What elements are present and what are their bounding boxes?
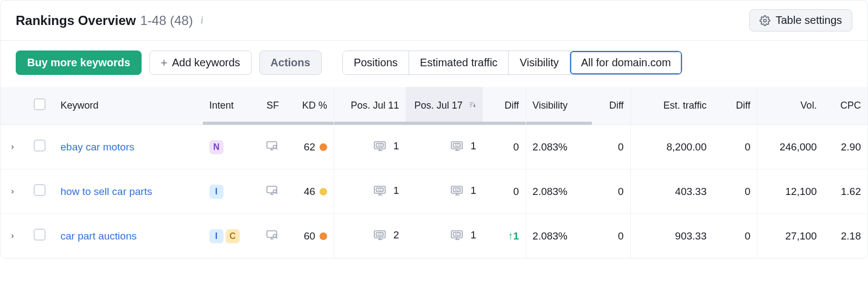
col-diff1[interactable]: Diff (483, 87, 526, 125)
col-diff3[interactable]: Diff (713, 87, 757, 125)
plus-icon: + (161, 57, 168, 69)
pos1-value: 2 (392, 229, 399, 241)
position-ad-icon: AD (450, 230, 464, 241)
col-kd[interactable]: KD % (285, 87, 334, 125)
expand-row-icon[interactable] (7, 188, 18, 195)
col-select (25, 87, 54, 125)
sort-desc-icon (469, 100, 476, 111)
table-row: car part auctions IC 60 AD 2 AD 1 ↑1 2.0… (1, 214, 867, 259)
col-pos1[interactable]: Pos. Jul 11 (334, 87, 406, 125)
kd-dot-icon (320, 232, 327, 240)
position-ad-icon: AD (373, 230, 387, 241)
svg-text:AD: AD (455, 143, 459, 147)
page-title: Rankings Overview (16, 13, 136, 28)
rankings-table: Keyword Intent SF KD % Pos. Jul 11 Pos. … (1, 87, 867, 258)
visibility-value: 2.083% (533, 230, 567, 242)
pos2-value: 1 (469, 140, 476, 152)
kd-dot-icon (320, 143, 327, 151)
tab-estimated-traffic[interactable]: Estimated traffic (409, 51, 509, 74)
pos2-value: 1 (469, 185, 476, 197)
table-settings-label: Table settings (776, 14, 842, 27)
tab-all-domain[interactable]: All for domain.com (570, 51, 682, 74)
position-ad-icon: AD (373, 141, 387, 152)
position-ad-icon: AD (450, 141, 464, 152)
visibility-value: 2.083% (533, 186, 567, 197)
col-expand (1, 87, 25, 125)
cpc-value: 1.62 (841, 186, 861, 197)
gear-icon (760, 15, 770, 26)
svg-text:AD: AD (378, 232, 382, 236)
intent-badge-c: C (226, 229, 240, 243)
expand-row-icon[interactable] (7, 144, 18, 150)
diff-value: 0 (745, 186, 751, 197)
svg-text:AD: AD (455, 188, 459, 192)
actions-button[interactable]: Actions (259, 51, 322, 75)
col-sf[interactable]: SF (250, 87, 285, 125)
serp-features-icon[interactable] (266, 229, 279, 240)
row-checkbox[interactable] (34, 184, 46, 196)
position-ad-icon: AD (373, 185, 387, 196)
table-settings-button[interactable]: Table settings (749, 9, 852, 31)
tab-visibility[interactable]: Visibility (509, 51, 570, 74)
view-tabset: Positions Estimated traffic Visibility A… (342, 51, 682, 75)
rankings-panel: Rankings Overview 1-48 (48) i Table sett… (0, 0, 868, 259)
keyword-link[interactable]: ebay car motors (61, 141, 135, 153)
add-keywords-button[interactable]: + Add keywords (149, 51, 251, 75)
volume-value: 246,000 (780, 141, 817, 153)
kd-value: 62 (304, 141, 315, 153)
expand-row-icon[interactable] (7, 233, 18, 239)
col-intent[interactable]: Intent (203, 87, 250, 125)
info-icon[interactable]: i (201, 15, 203, 26)
serp-features-icon[interactable] (266, 140, 279, 151)
est-traffic-value: 403.33 (675, 186, 706, 197)
table-row: how to sell car parts I 46 AD 1 AD 1 0 2… (1, 169, 867, 214)
page-subtitle: 1-48 (48) (140, 13, 193, 28)
diff-value: 0 (618, 141, 624, 153)
row-checkbox[interactable] (34, 140, 46, 152)
buy-keywords-button[interactable]: Buy more keywords (16, 51, 142, 75)
svg-text:AD: AD (455, 232, 459, 236)
est-traffic-value: 903.33 (675, 230, 706, 242)
kd-dot-icon (320, 188, 327, 196)
pos1-value: 1 (392, 140, 399, 152)
row-checkbox[interactable] (34, 229, 46, 241)
position-ad-icon: AD (450, 185, 464, 196)
keyword-link[interactable]: how to sell car parts (61, 186, 152, 197)
intent-badge-i: I (209, 229, 224, 243)
col-diff2[interactable]: Diff (592, 87, 630, 125)
svg-text:AD: AD (378, 143, 382, 147)
col-vol[interactable]: Vol. (757, 87, 824, 125)
cpc-value: 2.18 (841, 230, 861, 242)
pos2-value: 1 (469, 229, 476, 241)
volume-value: 27,100 (786, 230, 817, 242)
header: Rankings Overview 1-48 (48) i Table sett… (1, 1, 867, 41)
diff-value: 0 (745, 230, 751, 242)
serp-features-icon[interactable] (266, 185, 279, 196)
toolbar: Buy more keywords + Add keywords Actions… (1, 41, 867, 87)
intent-badge-i: I (209, 185, 224, 199)
intent-badge-n: N (209, 140, 224, 154)
svg-text:AD: AD (378, 188, 382, 192)
svg-point-0 (763, 19, 766, 22)
diff-value: 0 (618, 186, 624, 197)
table-row: ebay car motors N 62 AD 1 AD 1 0 2.083% … (1, 125, 867, 169)
visibility-value: 2.083% (533, 141, 567, 153)
col-visibility[interactable]: Visibility (526, 87, 592, 125)
keyword-link[interactable]: car part auctions (61, 230, 137, 242)
tab-positions[interactable]: Positions (343, 51, 409, 74)
col-pos2[interactable]: Pos. Jul 17 (406, 87, 483, 125)
select-all-checkbox[interactable] (34, 98, 46, 110)
col-keyword[interactable]: Keyword (54, 87, 203, 125)
col-est[interactable]: Est. traffic (630, 87, 713, 125)
pos1-value: 1 (392, 185, 399, 197)
diff-up: ↑1 (508, 230, 519, 242)
cpc-value: 2.90 (841, 141, 861, 153)
diff-value: 0 (618, 230, 624, 242)
kd-value: 46 (304, 186, 315, 197)
volume-value: 12,100 (786, 186, 817, 197)
col-cpc[interactable]: CPC (824, 87, 867, 125)
kd-value: 60 (304, 230, 315, 242)
est-traffic-value: 8,200.00 (667, 141, 707, 153)
diff-value: 0 (745, 141, 751, 153)
